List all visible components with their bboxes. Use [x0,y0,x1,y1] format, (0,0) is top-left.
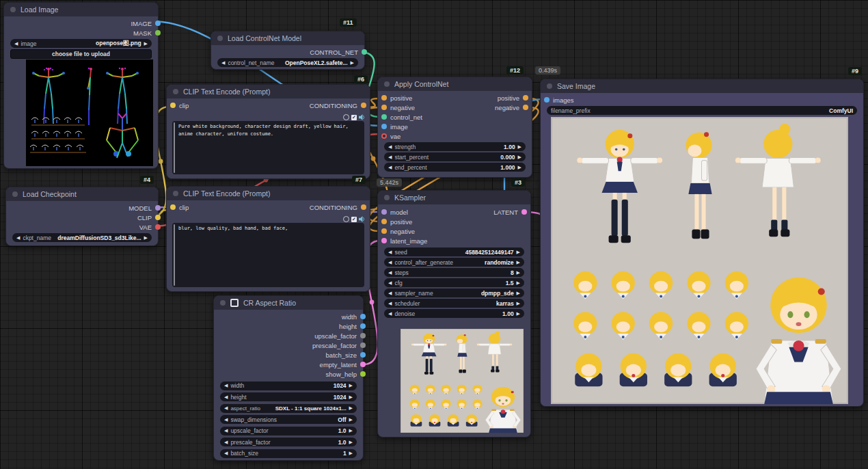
filename-prefix-widget[interactable]: filename_prefix ComfyUI [547,106,857,115]
collapse-dot-icon[interactable] [384,81,390,87]
node-load-image[interactable]: Load Image IMAGE MASK ◀ image openpose图.… [3,2,159,169]
decrement-arrow-icon[interactable]: ◀ [388,291,392,296]
conditioning-slot-dot[interactable] [523,95,528,100]
upscale-factor-widget[interactable]: ◀ upscale_factor 1.0 ▶ [220,427,357,436]
vae-slot-ring-dot[interactable] [381,133,387,139]
increment-arrow-icon[interactable]: ▶ [517,311,520,317]
decrement-arrow-icon[interactable]: ◀ [224,417,228,423]
collapse-dot-icon[interactable] [173,89,178,94]
start-percent-widget[interactable]: ◀ start_percent 0.000 ▶ [384,152,526,161]
enabled-checkbox-icon[interactable]: ✓ [351,217,357,222]
collapse-dot-icon[interactable] [384,195,390,200]
height-widget[interactable]: ◀ height 1024 ▶ [220,392,357,401]
conditioning-slot-dot[interactable] [523,105,528,110]
increment-arrow-icon[interactable]: ▶ [518,165,521,170]
int-slot-dot[interactable] [360,352,366,358]
decrement-arrow-icon[interactable]: ◀ [388,260,392,265]
int-slot-dot[interactable] [360,314,366,319]
latent-slot-dot[interactable] [360,362,366,367]
decrement-arrow-icon[interactable]: ◀ [388,270,392,276]
enabled-checkbox-icon[interactable]: ✓ [351,115,357,120]
increment-arrow-icon[interactable]: ▶ [349,428,353,433]
increment-arrow-icon[interactable]: ▶ [144,41,148,46]
pin-circle-icon[interactable] [343,216,349,222]
decrement-arrow-icon[interactable]: ◀ [388,165,392,170]
collapse-dot-icon[interactable] [12,191,18,197]
prompt-textarea[interactable]: Pure white background, character design … [172,121,364,174]
sampler-name-widget[interactable]: ◀ sampler_name dpmpp_sde ▶ [384,289,524,297]
decrement-arrow-icon[interactable]: ◀ [14,41,18,46]
increment-arrow-icon[interactable]: ▶ [517,280,520,286]
controlnet-slot-dot[interactable] [362,49,367,55]
increment-arrow-icon[interactable]: ▶ [518,144,521,150]
denoise-widget[interactable]: ◀ denoise 1.00 ▶ [384,309,524,318]
node-clip-text-encode-negative[interactable]: CLIP Text Encode (Prompt) clip CONDITION… [166,186,370,292]
increment-arrow-icon[interactable]: ▶ [351,60,354,66]
conditioning-slot-dot[interactable] [361,204,366,210]
swap-dimensions-widget[interactable]: ◀ swap_dimensions Off ▶ [220,415,357,424]
prompt-textarea[interactable]: blur, low quality, bad hand, bad face, [172,223,364,287]
conditioning-slot-dot[interactable] [381,219,387,224]
decrement-arrow-icon[interactable]: ◀ [221,60,225,66]
float-slot-dot[interactable] [360,343,366,348]
collapse-dot-icon[interactable] [10,7,16,12]
increment-arrow-icon[interactable]: ▶ [517,301,520,306]
collapse-dot-icon[interactable] [217,36,223,41]
decrement-arrow-icon[interactable]: ◀ [388,280,392,286]
controlnet-slot-dot[interactable] [381,114,387,120]
node-box-icon[interactable] [230,299,239,307]
latent-slot-dot[interactable] [521,209,527,215]
node-save-image[interactable]: Save Image images filename_prefix ComfyU… [540,79,864,407]
clip-slot-dot[interactable] [155,215,161,220]
increment-arrow-icon[interactable]: ▶ [144,235,148,241]
increment-arrow-icon[interactable]: ▶ [349,383,353,388]
clip-slot-dot[interactable] [170,204,176,210]
increment-arrow-icon[interactable]: ▶ [349,440,353,445]
decrement-arrow-icon[interactable]: ◀ [224,394,228,400]
control-after-generate-widget[interactable]: ◀ control_after_generate randomize ▶ [384,258,524,267]
string-slot-dot[interactable] [360,371,366,377]
node-load-controlnet[interactable]: Load ControlNet Model CONTROL_NET ◀ cont… [211,31,365,70]
ckpt-name-combo[interactable]: ◀ ckpt_name dreamDiffusionSD3_sd3Like...… [12,233,152,242]
model-slot-dot[interactable] [381,209,387,215]
node-apply-controlnet[interactable]: Apply ControlNet positive positive negat… [377,77,532,178]
decrement-arrow-icon[interactable]: ◀ [388,155,392,160]
decrement-arrow-icon[interactable]: ◀ [224,428,228,433]
end-percent-widget[interactable]: ◀ end_percent 1.000 ▶ [384,163,526,172]
node-cr-aspect-ratio[interactable]: CR Aspect Ratio width height upscale_fac… [213,295,364,461]
conditioning-slot-dot[interactable] [381,95,387,100]
float-slot-dot[interactable] [360,333,366,338]
decrement-arrow-icon[interactable]: ◀ [16,235,20,241]
model-slot-dot[interactable] [155,205,161,211]
conditioning-slot-dot[interactable] [381,105,387,110]
increment-arrow-icon[interactable]: ▶ [517,260,520,265]
image-slot-dot[interactable] [544,97,550,103]
upload-button[interactable]: choose file to upload [10,49,152,59]
speaker-icon[interactable] [359,216,365,222]
speaker-icon[interactable] [359,114,365,120]
latent-slot-dot[interactable] [381,238,387,243]
steps-widget[interactable]: ◀ steps 8 ▶ [384,268,524,277]
image-slot-dot[interactable] [381,124,387,129]
collapse-dot-icon[interactable] [173,191,178,196]
increment-arrow-icon[interactable]: ▶ [518,155,521,160]
decrement-arrow-icon[interactable]: ◀ [388,301,392,306]
decrement-arrow-icon[interactable]: ◀ [224,383,228,388]
int-slot-dot[interactable] [360,323,366,329]
increment-arrow-icon[interactable]: ▶ [517,270,520,276]
increment-arrow-icon[interactable]: ▶ [517,250,520,255]
decrement-arrow-icon[interactable]: ◀ [388,250,392,255]
decrement-arrow-icon[interactable]: ◀ [388,144,392,150]
conditioning-slot-dot[interactable] [361,103,366,108]
seed-widget[interactable]: ◀ seed 458842512449147 ▶ [384,247,524,256]
node-ksampler[interactable]: KSampler model LATENT positive negative … [377,190,531,438]
controlnet-name-combo[interactable]: ◀ control_net_name OpenPoseXL2.safete...… [217,58,358,67]
node-load-checkpoint[interactable]: Load Checkpoint MODEL CLIP VAE ◀ ckpt_na… [5,187,159,246]
strength-widget[interactable]: ◀ strength 1.00 ▶ [384,142,526,151]
increment-arrow-icon[interactable]: ▶ [349,394,353,400]
mask-slot-dot[interactable] [155,30,161,36]
node-graph-canvas[interactable]: Load Image IMAGE MASK ◀ image openpose图.… [0,0,868,469]
image-file-combo[interactable]: ◀ image openpose图.png ▶ [10,39,152,48]
increment-arrow-icon[interactable]: ▶ [349,405,353,411]
width-widget[interactable]: ◀ width 1024 ▶ [220,381,357,390]
